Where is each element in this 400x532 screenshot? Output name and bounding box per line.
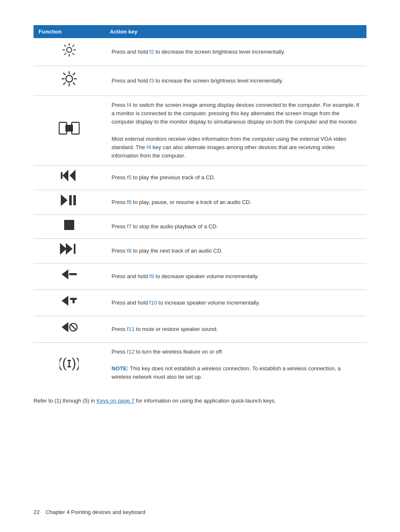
table-row: Press f6 to play, pause, or resume a tra… (34, 190, 366, 214)
table-row: Press and hold f2 to decrease the screen… (34, 38, 366, 66)
action-text: Press and hold f3 to increase the screen… (105, 66, 366, 96)
action-text: Press f6 to play, pause, or resume a tra… (105, 190, 366, 214)
key-link[interactable]: f7 (127, 223, 132, 230)
key-link[interactable]: f3 (149, 77, 154, 84)
play-pause-icon (34, 190, 105, 214)
svg-marker-33 (62, 296, 68, 306)
svg-marker-24 (61, 194, 68, 206)
next-track-icon (34, 238, 105, 263)
table-row: ((ɪ))Press f12 to turn the wireless feat… (34, 342, 366, 386)
svg-rect-21 (61, 172, 62, 179)
svg-rect-35 (73, 298, 75, 303)
svg-point-9 (66, 75, 73, 82)
svg-line-16 (73, 73, 75, 75)
svg-line-38 (70, 324, 76, 330)
key-link[interactable]: f5 (127, 174, 132, 181)
svg-marker-29 (66, 243, 73, 255)
key-link[interactable]: f10 (149, 300, 157, 306)
key-link[interactable]: f4 (127, 102, 132, 108)
action-text: Press and hold f2 to decrease the screen… (105, 38, 366, 66)
brightness-decrease-icon (34, 38, 105, 66)
key-link[interactable]: f11 (127, 326, 135, 332)
action-text: Press and hold f9 to decrease speaker vo… (105, 263, 366, 289)
mute-icon (34, 316, 105, 342)
previous-track-icon (34, 165, 105, 190)
action-text: Press f12 to turn the wireless feature o… (105, 342, 366, 386)
svg-marker-36 (62, 322, 68, 332)
note-label: NOTE: (112, 365, 128, 372)
keys-page-link[interactable]: Keys on page 7 (96, 398, 134, 404)
volume-increase-icon (34, 289, 105, 316)
table-row: Press f11 to mute or restore speaker sou… (34, 316, 366, 342)
action-text: Press f11 to mute or restore speaker sou… (105, 316, 366, 342)
function-key-table: Function Action key Press and hold f2 to… (34, 25, 366, 387)
svg-marker-28 (60, 243, 67, 255)
svg-rect-32 (69, 273, 77, 275)
key-link[interactable]: f2 (149, 49, 154, 55)
svg-rect-30 (74, 244, 75, 254)
table-row: Press f4 to switch the screen image amon… (34, 96, 366, 165)
brightness-increase-icon (34, 66, 105, 96)
table-row: Press and hold f10 to increase speaker v… (34, 289, 366, 316)
key-link[interactable]: f6 (127, 199, 132, 205)
svg-marker-23 (70, 170, 75, 181)
table-row: Press f8 to play the next track of an au… (34, 238, 366, 263)
footer-note: Refer to (1) through (5) in Keys on page… (34, 397, 366, 405)
key-link[interactable]: f9 (149, 273, 154, 279)
wireless-icon: ((ɪ)) (34, 342, 105, 386)
action-text: Press f8 to play the next track of an au… (105, 238, 366, 263)
svg-rect-26 (73, 195, 76, 205)
action-text: Press f4 to switch the screen image amon… (105, 96, 366, 165)
stop-icon (34, 214, 105, 238)
action-text: Press f7 to stop the audio playback of a… (105, 214, 366, 238)
svg-text:((ɪ)): ((ɪ)) (60, 355, 79, 370)
table-row: Press and hold f3 to increase the screen… (34, 66, 366, 96)
action-text: Press and hold f10 to increase speaker v… (105, 289, 366, 316)
svg-rect-27 (64, 220, 74, 230)
svg-line-7 (73, 45, 74, 46)
page-number: 22 Chapter 4 Pointing devices and keyboa… (34, 509, 145, 515)
key-link[interactable]: f12 (127, 349, 135, 355)
action-text: Press f5 to play the previous track of a… (105, 165, 366, 190)
svg-marker-22 (62, 170, 68, 181)
svg-line-8 (64, 53, 66, 55)
svg-line-15 (73, 83, 75, 85)
svg-point-0 (67, 47, 72, 52)
svg-line-5 (64, 45, 66, 46)
function-column-header: Function (34, 25, 105, 38)
volume-decrease-icon (34, 263, 105, 289)
svg-marker-31 (62, 269, 68, 279)
svg-rect-25 (69, 195, 72, 205)
svg-line-6 (73, 53, 74, 55)
table-row: Press f5 to play the previous track of a… (34, 165, 366, 190)
key-link[interactable]: f4 (147, 144, 151, 150)
display-switch-icon (34, 96, 105, 165)
table-row: Press and hold f9 to decrease speaker vo… (34, 263, 366, 289)
key-link[interactable]: f8 (127, 248, 132, 254)
svg-line-17 (63, 83, 65, 85)
svg-line-14 (63, 73, 65, 75)
action-key-column-header: Action key (105, 25, 366, 38)
table-row: Press f7 to stop the audio playback of a… (34, 214, 366, 238)
